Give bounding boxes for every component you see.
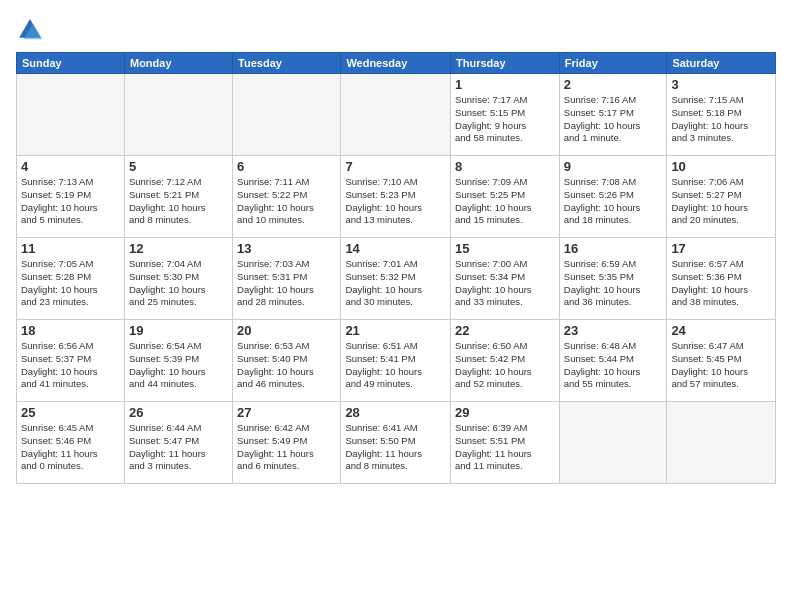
day-number: 26 [129, 405, 228, 420]
calendar-cell [124, 74, 232, 156]
day-number: 13 [237, 241, 336, 256]
calendar-cell: 26Sunrise: 6:44 AMSunset: 5:47 PMDayligh… [124, 402, 232, 484]
calendar-cell: 4Sunrise: 7:13 AMSunset: 5:19 PMDaylight… [17, 156, 125, 238]
day-info: Sunrise: 6:57 AMSunset: 5:36 PMDaylight:… [671, 258, 771, 309]
calendar-cell: 13Sunrise: 7:03 AMSunset: 5:31 PMDayligh… [233, 238, 341, 320]
calendar-cell: 27Sunrise: 6:42 AMSunset: 5:49 PMDayligh… [233, 402, 341, 484]
calendar-cell: 14Sunrise: 7:01 AMSunset: 5:32 PMDayligh… [341, 238, 451, 320]
calendar-cell: 15Sunrise: 7:00 AMSunset: 5:34 PMDayligh… [451, 238, 560, 320]
day-info: Sunrise: 6:47 AMSunset: 5:45 PMDaylight:… [671, 340, 771, 391]
day-number: 18 [21, 323, 120, 338]
day-number: 1 [455, 77, 555, 92]
day-number: 14 [345, 241, 446, 256]
calendar-cell [17, 74, 125, 156]
day-number: 11 [21, 241, 120, 256]
calendar-cell: 18Sunrise: 6:56 AMSunset: 5:37 PMDayligh… [17, 320, 125, 402]
day-info: Sunrise: 7:16 AMSunset: 5:17 PMDaylight:… [564, 94, 663, 145]
day-info: Sunrise: 7:01 AMSunset: 5:32 PMDaylight:… [345, 258, 446, 309]
day-number: 9 [564, 159, 663, 174]
col-header-tuesday: Tuesday [233, 53, 341, 74]
day-info: Sunrise: 7:04 AMSunset: 5:30 PMDaylight:… [129, 258, 228, 309]
calendar-cell [667, 402, 776, 484]
col-header-monday: Monday [124, 53, 232, 74]
day-info: Sunrise: 6:44 AMSunset: 5:47 PMDaylight:… [129, 422, 228, 473]
page: SundayMondayTuesdayWednesdayThursdayFrid… [0, 0, 792, 612]
day-number: 7 [345, 159, 446, 174]
calendar-cell: 16Sunrise: 6:59 AMSunset: 5:35 PMDayligh… [559, 238, 667, 320]
day-number: 19 [129, 323, 228, 338]
day-number: 5 [129, 159, 228, 174]
day-info: Sunrise: 7:15 AMSunset: 5:18 PMDaylight:… [671, 94, 771, 145]
calendar-cell: 21Sunrise: 6:51 AMSunset: 5:41 PMDayligh… [341, 320, 451, 402]
day-info: Sunrise: 7:05 AMSunset: 5:28 PMDaylight:… [21, 258, 120, 309]
day-info: Sunrise: 6:45 AMSunset: 5:46 PMDaylight:… [21, 422, 120, 473]
calendar-cell: 8Sunrise: 7:09 AMSunset: 5:25 PMDaylight… [451, 156, 560, 238]
day-info: Sunrise: 7:09 AMSunset: 5:25 PMDaylight:… [455, 176, 555, 227]
day-number: 29 [455, 405, 555, 420]
day-info: Sunrise: 7:11 AMSunset: 5:22 PMDaylight:… [237, 176, 336, 227]
calendar-cell: 1Sunrise: 7:17 AMSunset: 5:15 PMDaylight… [451, 74, 560, 156]
day-info: Sunrise: 6:41 AMSunset: 5:50 PMDaylight:… [345, 422, 446, 473]
day-number: 16 [564, 241, 663, 256]
day-number: 12 [129, 241, 228, 256]
col-header-sunday: Sunday [17, 53, 125, 74]
calendar-cell [233, 74, 341, 156]
calendar-cell: 25Sunrise: 6:45 AMSunset: 5:46 PMDayligh… [17, 402, 125, 484]
calendar-cell: 17Sunrise: 6:57 AMSunset: 5:36 PMDayligh… [667, 238, 776, 320]
day-info: Sunrise: 6:39 AMSunset: 5:51 PMDaylight:… [455, 422, 555, 473]
calendar-cell [559, 402, 667, 484]
day-info: Sunrise: 7:00 AMSunset: 5:34 PMDaylight:… [455, 258, 555, 309]
day-number: 21 [345, 323, 446, 338]
calendar-cell: 5Sunrise: 7:12 AMSunset: 5:21 PMDaylight… [124, 156, 232, 238]
day-info: Sunrise: 6:42 AMSunset: 5:49 PMDaylight:… [237, 422, 336, 473]
day-number: 15 [455, 241, 555, 256]
day-number: 27 [237, 405, 336, 420]
day-number: 6 [237, 159, 336, 174]
day-number: 25 [21, 405, 120, 420]
day-info: Sunrise: 6:59 AMSunset: 5:35 PMDaylight:… [564, 258, 663, 309]
calendar-cell: 6Sunrise: 7:11 AMSunset: 5:22 PMDaylight… [233, 156, 341, 238]
day-number: 3 [671, 77, 771, 92]
calendar-table: SundayMondayTuesdayWednesdayThursdayFrid… [16, 52, 776, 484]
calendar-cell: 23Sunrise: 6:48 AMSunset: 5:44 PMDayligh… [559, 320, 667, 402]
calendar-cell: 28Sunrise: 6:41 AMSunset: 5:50 PMDayligh… [341, 402, 451, 484]
calendar-cell: 20Sunrise: 6:53 AMSunset: 5:40 PMDayligh… [233, 320, 341, 402]
calendar-cell: 19Sunrise: 6:54 AMSunset: 5:39 PMDayligh… [124, 320, 232, 402]
day-number: 4 [21, 159, 120, 174]
day-number: 28 [345, 405, 446, 420]
calendar-cell: 22Sunrise: 6:50 AMSunset: 5:42 PMDayligh… [451, 320, 560, 402]
day-number: 24 [671, 323, 771, 338]
day-number: 8 [455, 159, 555, 174]
calendar-cell: 3Sunrise: 7:15 AMSunset: 5:18 PMDaylight… [667, 74, 776, 156]
day-info: Sunrise: 7:13 AMSunset: 5:19 PMDaylight:… [21, 176, 120, 227]
logo-icon [16, 16, 44, 44]
week-row-2: 11Sunrise: 7:05 AMSunset: 5:28 PMDayligh… [17, 238, 776, 320]
day-info: Sunrise: 7:08 AMSunset: 5:26 PMDaylight:… [564, 176, 663, 227]
calendar-cell [341, 74, 451, 156]
day-info: Sunrise: 7:17 AMSunset: 5:15 PMDaylight:… [455, 94, 555, 145]
calendar-cell: 11Sunrise: 7:05 AMSunset: 5:28 PMDayligh… [17, 238, 125, 320]
day-number: 23 [564, 323, 663, 338]
day-info: Sunrise: 6:50 AMSunset: 5:42 PMDaylight:… [455, 340, 555, 391]
day-info: Sunrise: 7:10 AMSunset: 5:23 PMDaylight:… [345, 176, 446, 227]
day-info: Sunrise: 7:12 AMSunset: 5:21 PMDaylight:… [129, 176, 228, 227]
day-info: Sunrise: 7:03 AMSunset: 5:31 PMDaylight:… [237, 258, 336, 309]
calendar-cell: 29Sunrise: 6:39 AMSunset: 5:51 PMDayligh… [451, 402, 560, 484]
week-row-4: 25Sunrise: 6:45 AMSunset: 5:46 PMDayligh… [17, 402, 776, 484]
col-header-wednesday: Wednesday [341, 53, 451, 74]
calendar-cell: 24Sunrise: 6:47 AMSunset: 5:45 PMDayligh… [667, 320, 776, 402]
header-row: SundayMondayTuesdayWednesdayThursdayFrid… [17, 53, 776, 74]
day-number: 10 [671, 159, 771, 174]
calendar-cell: 7Sunrise: 7:10 AMSunset: 5:23 PMDaylight… [341, 156, 451, 238]
week-row-1: 4Sunrise: 7:13 AMSunset: 5:19 PMDaylight… [17, 156, 776, 238]
col-header-friday: Friday [559, 53, 667, 74]
day-info: Sunrise: 7:06 AMSunset: 5:27 PMDaylight:… [671, 176, 771, 227]
day-info: Sunrise: 6:51 AMSunset: 5:41 PMDaylight:… [345, 340, 446, 391]
day-number: 17 [671, 241, 771, 256]
calendar-cell: 10Sunrise: 7:06 AMSunset: 5:27 PMDayligh… [667, 156, 776, 238]
calendar-cell: 9Sunrise: 7:08 AMSunset: 5:26 PMDaylight… [559, 156, 667, 238]
day-number: 22 [455, 323, 555, 338]
calendar-cell: 12Sunrise: 7:04 AMSunset: 5:30 PMDayligh… [124, 238, 232, 320]
day-info: Sunrise: 6:48 AMSunset: 5:44 PMDaylight:… [564, 340, 663, 391]
day-number: 2 [564, 77, 663, 92]
